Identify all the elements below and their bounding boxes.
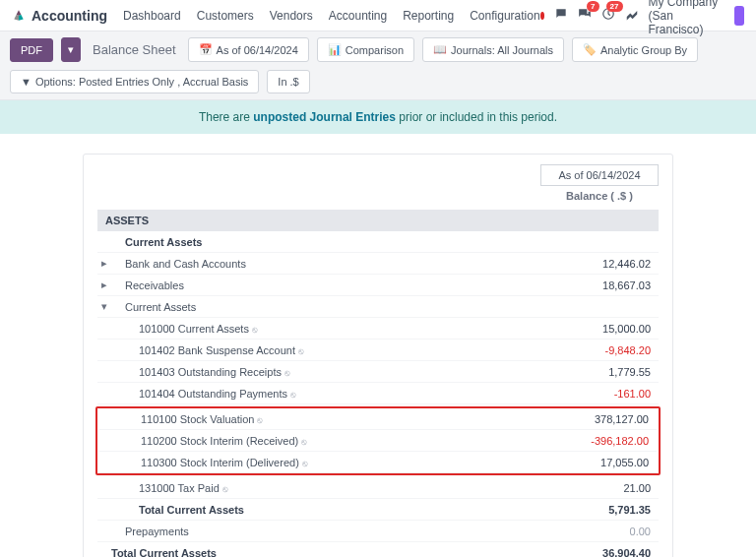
link-icon[interactable]: ⎋	[252, 325, 257, 335]
link-icon[interactable]: ⎋	[301, 437, 306, 447]
tag-icon: 🏷️	[583, 43, 597, 56]
pdf-button[interactable]: PDF	[10, 38, 53, 62]
user-avatar[interactable]	[734, 6, 744, 26]
acct-110300-label[interactable]: 110300 Stock Interim (Delivered)⎋	[113, 457, 538, 468]
chart-icon: 📊	[328, 43, 342, 56]
acct-101000-value: 15,000.00	[540, 323, 659, 335]
unposted-entries-link[interactable]: unposted Journal Entries	[253, 110, 396, 124]
prepayments-label[interactable]: Prepayments	[111, 526, 540, 537]
activities-badge: 27	[606, 1, 623, 12]
column-date: As of 06/14/2024	[540, 164, 659, 186]
acct-101402-label[interactable]: 101402 Bank Suspense Account⎋	[111, 344, 540, 356]
nav-vendors[interactable]: Vendors	[270, 9, 313, 23]
nav-dashboard[interactable]: Dashboard	[123, 9, 181, 23]
balance-sheet-report: As of 06/14/2024 Balance ( .$ ) ASSETS C…	[83, 154, 673, 557]
nav-accounting[interactable]: Accounting	[329, 9, 387, 23]
total-current-assets-value: 36,904.40	[540, 547, 659, 558]
acct-101404-value: -161.00	[540, 388, 659, 400]
link-icon[interactable]: ⎋	[222, 484, 227, 494]
prepayments-value: 0.00	[540, 526, 659, 537]
brand[interactable]: Accounting	[12, 8, 107, 24]
acct-101404-label[interactable]: 101404 Outstanding Payments⎋	[111, 388, 540, 400]
acct-101403-value: 1,779.55	[540, 366, 659, 378]
acct-110300-value: 17,055.00	[538, 457, 657, 468]
nav-menu: Dashboard Customers Vendors Accounting R…	[123, 9, 540, 23]
tools-icon[interactable]	[625, 7, 639, 24]
discuss-badge: 7	[587, 1, 598, 12]
app-logo-icon	[12, 9, 26, 23]
current-assets-heading: Current Assets	[111, 236, 540, 248]
report-toolbar: PDF ▾ Balance Sheet 📅As of 06/14/2024 📊C…	[0, 31, 756, 100]
total-current-assets-label: Total Current Assets	[111, 547, 540, 558]
nav-reporting[interactable]: Reporting	[403, 9, 454, 23]
acct-101402-value: -9,848.20	[540, 344, 659, 356]
acct-131000-label[interactable]: 131000 Tax Paid⎋	[111, 482, 540, 494]
date-filter-button[interactable]: 📅As of 06/14/2024	[188, 37, 309, 62]
activities-icon[interactable]: 27	[601, 7, 615, 24]
discuss-icon[interactable]: 7	[578, 7, 592, 24]
current-assets-sub-label[interactable]: Current Assets	[111, 301, 540, 313]
comparison-button[interactable]: 📊Comparison	[317, 37, 414, 62]
nav-configuration[interactable]: Configuration	[470, 9, 539, 23]
analytic-button[interactable]: 🏷️Analytic Group By	[572, 37, 698, 62]
collapse-icon[interactable]: ▾	[97, 300, 111, 313]
calendar-icon: 📅	[199, 43, 213, 56]
total-current-assets-inner-label: Total Current Assets	[111, 504, 540, 516]
acct-131000-value: 21.00	[540, 482, 659, 494]
book-icon: 📖	[433, 43, 447, 56]
link-icon[interactable]: ⎋	[302, 459, 307, 468]
column-balance-label: Balance ( .$ )	[540, 188, 659, 204]
acct-101403-label[interactable]: 101403 Outstanding Receipts⎋	[111, 366, 540, 378]
pdf-dropdown[interactable]: ▾	[61, 37, 81, 62]
bank-row-value: 12,446.02	[540, 258, 659, 270]
top-nav: Accounting Dashboard Customers Vendors A…	[0, 0, 756, 31]
currency-button[interactable]: In .$	[267, 70, 309, 93]
record-indicator-icon[interactable]	[540, 12, 544, 20]
link-icon[interactable]: ⎋	[298, 346, 303, 356]
nav-customers[interactable]: Customers	[197, 9, 254, 23]
acct-110200-label[interactable]: 110200 Stock Interim (Received)⎋	[113, 435, 538, 447]
nav-right: 7 27 My Company (San Francisco)	[540, 0, 744, 36]
breadcrumb: Balance Sheet	[89, 42, 180, 57]
journals-button[interactable]: 📖Journals: All Journals	[422, 37, 564, 62]
receivables-row-label[interactable]: Receivables	[111, 279, 540, 291]
link-icon[interactable]: ⎋	[290, 390, 295, 400]
expand-icon[interactable]: ▸	[97, 278, 111, 291]
options-button[interactable]: ▼Options: Posted Entries Only , Accrual …	[10, 70, 259, 93]
bank-row-label[interactable]: Bank and Cash Accounts	[111, 258, 540, 270]
messages-icon[interactable]	[554, 7, 568, 24]
receivables-row-value: 18,667.03	[540, 279, 659, 291]
expand-icon[interactable]: ▸	[97, 257, 111, 270]
info-banner: There are unposted Journal Entries prior…	[0, 100, 756, 134]
acct-101000-label[interactable]: 101000 Current Assets⎋	[111, 323, 540, 335]
assets-section-header: ASSETS	[97, 210, 659, 231]
link-icon[interactable]: ⎋	[257, 415, 262, 425]
total-current-assets-inner-value: 5,791.35	[540, 504, 659, 516]
acct-110200-value: -396,182.00	[538, 435, 657, 447]
filter-icon: ▼	[21, 76, 32, 88]
acct-110100-label[interactable]: 110100 Stock Valuation⎋	[113, 413, 538, 425]
highlighted-stock-rows: 110100 Stock Valuation⎋378,127.00 110200…	[95, 406, 661, 475]
company-selector[interactable]: My Company (San Francisco)	[649, 0, 725, 36]
acct-110100-value: 378,127.00	[538, 413, 657, 425]
link-icon[interactable]: ⎋	[284, 368, 289, 378]
